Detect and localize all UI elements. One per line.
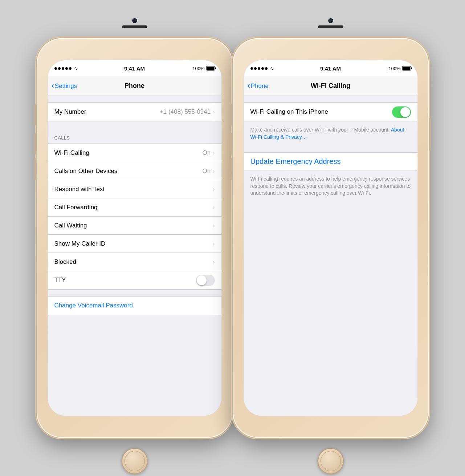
status-bar-2: ∿ 9:41 AM 100% bbox=[244, 60, 417, 76]
blocked-label: Blocked bbox=[54, 258, 213, 266]
wifi-calling-iphone-right[interactable] bbox=[392, 106, 411, 118]
nav-title-phone: Phone bbox=[125, 82, 144, 90]
change-voicemail-label[interactable]: Change Voicemail Password bbox=[54, 302, 215, 309]
signal-strength-2 bbox=[250, 67, 268, 70]
back-chevron-icon: ‹ bbox=[52, 82, 54, 90]
nav-title-wifi-calling: Wi-Fi Calling bbox=[311, 82, 350, 90]
chevron-icon: › bbox=[213, 168, 215, 174]
battery-body-2 bbox=[402, 66, 411, 70]
calls-other-devices-label: Calls on Other Devices bbox=[54, 168, 203, 175]
iphone-screen-area-2: ∿ 9:41 AM 100% ‹ bbox=[244, 60, 418, 416]
battery-fill bbox=[207, 67, 214, 70]
screen-phone-settings: ∿ 9:41 AM 100% ‹ bbox=[48, 60, 221, 416]
bottom-spacer-2 bbox=[244, 202, 417, 209]
call-waiting-right: › bbox=[213, 222, 215, 229]
signal-dot-2 bbox=[254, 67, 257, 70]
wifi-calling-toggle[interactable] bbox=[392, 106, 411, 118]
respond-with-text-row[interactable]: Respond with Text › bbox=[48, 180, 221, 198]
caller-id-row[interactable]: Show My Caller ID › bbox=[48, 235, 221, 253]
signal-dot-4 bbox=[261, 67, 264, 70]
earpiece-speaker-2 bbox=[318, 25, 343, 28]
chevron-icon: › bbox=[213, 109, 215, 115]
battery-body bbox=[206, 66, 215, 70]
earpiece-speaker bbox=[122, 25, 147, 28]
signal-dot-2 bbox=[58, 67, 61, 70]
top-spacer bbox=[48, 96, 221, 102]
my-number-row[interactable]: My Number +1 (408) 555-0941 › bbox=[48, 103, 221, 121]
change-voicemail-row[interactable]: Change Voicemail Password bbox=[48, 297, 221, 315]
chevron-icon: › bbox=[213, 186, 215, 193]
tty-row[interactable]: TTY bbox=[48, 271, 221, 289]
status-bar: ∿ 9:41 AM 100% bbox=[48, 60, 221, 76]
tty-label: TTY bbox=[54, 277, 196, 284]
status-right: 100% bbox=[192, 66, 215, 71]
iphone-top-hardware-2 bbox=[294, 18, 367, 28]
blocked-row[interactable]: Blocked › bbox=[48, 253, 221, 271]
tty-toggle[interactable] bbox=[196, 275, 215, 286]
signal-dot-4 bbox=[65, 67, 68, 70]
home-button-2[interactable] bbox=[318, 448, 344, 474]
wifi-calling-status: On bbox=[202, 149, 211, 157]
status-time: 9:41 AM bbox=[124, 65, 145, 72]
blocked-right: › bbox=[213, 259, 215, 265]
calls-other-devices-row[interactable]: Calls on Other Devices On › bbox=[48, 162, 221, 180]
signal-dot-1 bbox=[54, 67, 57, 70]
camera-lens-2 bbox=[328, 18, 333, 23]
nav-bar-wifi-calling: ‹ Phone Wi-Fi Calling bbox=[244, 76, 417, 96]
respond-text-label: Respond with Text bbox=[54, 186, 213, 193]
nav-bar-phone: ‹ Settings Phone bbox=[48, 76, 221, 96]
status-time-2: 9:41 AM bbox=[320, 65, 341, 72]
signal-strength bbox=[54, 67, 72, 70]
respond-text-right: › bbox=[213, 186, 215, 193]
signal-dot-1 bbox=[250, 67, 253, 70]
signal-dot-5 bbox=[69, 67, 72, 70]
top-spacer-2 bbox=[244, 96, 417, 102]
my-number-group: My Number +1 (408) 555-0941 › bbox=[48, 102, 221, 121]
status-right-2: 100% bbox=[388, 66, 411, 71]
emergency-desc-text: Wi-Fi calling requires an address to hel… bbox=[250, 176, 411, 196]
signal-dot-3 bbox=[62, 67, 64, 70]
back-label-phone[interactable]: Phone bbox=[251, 82, 269, 90]
signal-dot-5 bbox=[265, 67, 268, 70]
back-button-phone[interactable]: ‹ Phone bbox=[248, 82, 269, 90]
wifi-calling-row[interactable]: Wi-Fi Calling On › bbox=[48, 144, 221, 162]
call-forwarding-row[interactable]: Call Forwarding › bbox=[48, 198, 221, 217]
back-label-settings[interactable]: Settings bbox=[55, 82, 77, 90]
wifi-icon-2: ∿ bbox=[270, 66, 274, 71]
home-button[interactable] bbox=[122, 448, 148, 474]
emergency-description: Wi-Fi calling requires an address to hel… bbox=[244, 170, 417, 202]
wifi-calling-iphone-row[interactable]: Wi-Fi Calling on This iPhone bbox=[244, 103, 417, 121]
iphone-screen-area: ∿ 9:41 AM 100% ‹ bbox=[48, 60, 222, 416]
caller-id-right: › bbox=[213, 241, 215, 247]
battery-percentage: 100% bbox=[192, 66, 204, 71]
iphone-wifi-calling: ∿ 9:41 AM 100% ‹ bbox=[233, 38, 429, 438]
voicemail-spacer bbox=[48, 290, 221, 296]
call-waiting-row[interactable]: Call Waiting › bbox=[48, 217, 221, 235]
wifi-icon: ∿ bbox=[74, 66, 78, 71]
bottom-spacer bbox=[48, 315, 221, 322]
tty-right[interactable] bbox=[196, 275, 215, 286]
wifi-calling-toggle-group: Wi-Fi Calling on This iPhone bbox=[244, 102, 417, 121]
toggle-thumb-2 bbox=[400, 107, 410, 117]
battery-fill-2 bbox=[403, 67, 410, 70]
chevron-icon: › bbox=[213, 150, 215, 156]
calls-section-header: CALLS bbox=[48, 128, 221, 144]
battery-percentage-2: 100% bbox=[388, 66, 400, 71]
home-button-ring-2 bbox=[321, 451, 341, 471]
my-number-value: +1 (408) 555-0941 › bbox=[160, 108, 215, 116]
call-waiting-label: Call Waiting bbox=[54, 222, 213, 229]
iphone-top-hardware bbox=[98, 18, 171, 28]
toggle-thumb bbox=[197, 275, 207, 285]
content-wifi-calling: Wi-Fi Calling on This iPhone Make and re… bbox=[244, 96, 417, 416]
caller-id-label: Show My Caller ID bbox=[54, 240, 213, 247]
emergency-address-row[interactable]: Update Emergency Address bbox=[244, 152, 417, 170]
chevron-icon: › bbox=[213, 241, 215, 247]
signal-dot-3 bbox=[258, 67, 260, 70]
back-button-settings[interactable]: ‹ Settings bbox=[52, 82, 77, 90]
content-phone: My Number +1 (408) 555-0941 › CALLS bbox=[48, 96, 221, 416]
battery-icon bbox=[206, 66, 215, 70]
phones-container: ∿ 9:41 AM 100% ‹ bbox=[0, 24, 465, 452]
battery-icon-2 bbox=[402, 66, 411, 70]
voicemail-group: Change Voicemail Password bbox=[48, 296, 221, 315]
emergency-address-label[interactable]: Update Emergency Address bbox=[250, 157, 341, 166]
